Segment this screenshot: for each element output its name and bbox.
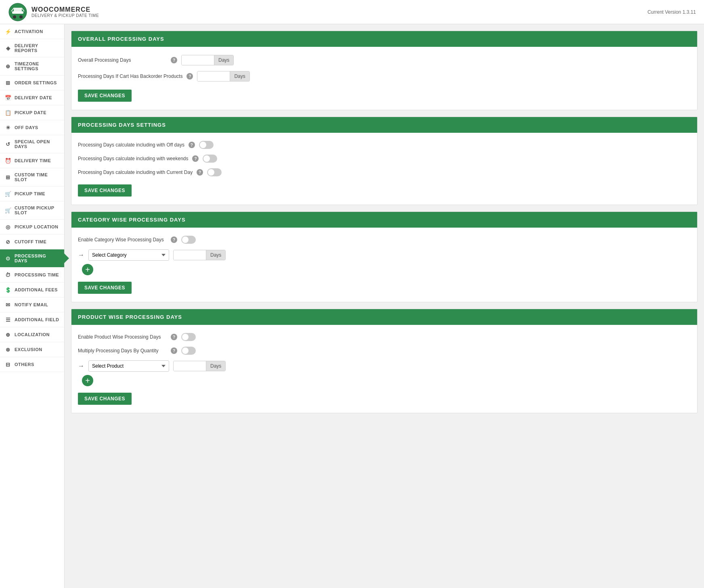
sidebar-item-notify-email[interactable]: ✉NOTIFY EMAIL <box>0 297 64 312</box>
category-save-button[interactable]: SAVE CHANGES <box>78 282 132 294</box>
product-wise-help-icon[interactable]: ? <box>171 334 177 340</box>
off-days-help-icon[interactable]: ? <box>189 142 195 148</box>
order-settings-icon: ⊞ <box>5 80 11 86</box>
notify-email-icon: ✉ <box>5 301 11 308</box>
product-wise-enable-label: Enable Product Wise Processing Days <box>78 334 167 340</box>
sidebar-item-activation[interactable]: ⚡ACTIVATION <box>0 24 64 39</box>
sidebar-item-label-exclusion: EXCLUSION <box>15 347 42 352</box>
sidebar-item-label-activation: ACTIVATION <box>15 29 43 34</box>
main-content: OVERALL PROCESSING DAYS Overall Processi… <box>65 24 704 588</box>
sidebar-item-others[interactable]: ⊟OTHERS <box>0 357 64 372</box>
sidebar-item-delivery-reports[interactable]: ◈DELIVERY REPORTS <box>0 39 64 57</box>
logo-subtitle: DELIVERY & PICKUP DATE TIME <box>31 13 99 18</box>
sidebar-item-delivery-time[interactable]: ⏰DELIVERY TIME <box>0 153 64 168</box>
multiply-qty-row: Multiply Processing Days By Quantity ? <box>78 347 691 355</box>
delivery-time-icon: ⏰ <box>5 157 11 164</box>
sidebar-item-label-timezone-settings: TIMEZONE SETTINGS <box>15 61 59 71</box>
sidebar-item-label-localization: LOCALIZATION <box>15 332 50 337</box>
weekends-toggle[interactable] <box>203 155 217 163</box>
category-wise-toggle[interactable] <box>181 236 196 244</box>
category-select[interactable]: Select Category <box>88 249 169 261</box>
sidebar-item-label-cutoff-time: CUTOFF TIME <box>15 239 46 244</box>
backorder-processing-suffix: Days <box>230 71 249 81</box>
multiply-qty-toggle[interactable] <box>181 347 196 355</box>
backorder-processing-row: Processing Days If Cart Has Backorder Pr… <box>78 71 691 82</box>
category-add-button[interactable]: + <box>82 264 93 275</box>
backorder-processing-help-icon[interactable]: ? <box>186 73 193 80</box>
backorder-processing-input-wrap: Days <box>197 71 249 82</box>
sidebar-item-timezone-settings[interactable]: ⊕TIMEZONE SETTINGS <box>0 57 64 75</box>
overall-save-button[interactable]: SAVE CHANGES <box>78 90 132 102</box>
exclusion-icon: ⊗ <box>5 346 11 353</box>
off-days-toggle[interactable] <box>199 141 214 149</box>
sidebar-item-special-open-days[interactable]: ↺SPECIAL OPEN DAYS <box>0 135 64 153</box>
product-wise-body: Enable Product Wise Processing Days ? Mu… <box>71 325 697 413</box>
sidebar-item-label-order-settings: ORDER SETTINGS <box>15 80 57 85</box>
weekends-help-icon[interactable]: ? <box>192 155 199 162</box>
sidebar-item-pickup-date[interactable]: 📋PICKUP DATE <box>0 105 64 120</box>
sidebar-item-pickup-location[interactable]: ◎PICKUP LOCATION <box>0 220 64 234</box>
current-day-help-icon[interactable]: ? <box>197 169 203 176</box>
product-arrow-icon: → <box>78 362 84 370</box>
current-day-toggle-label: Processing Days calculate including with… <box>78 169 193 175</box>
product-add-button[interactable]: + <box>82 375 93 386</box>
sidebar-item-label-pickup-time: PICKUP TIME <box>15 191 45 196</box>
category-wise-enable-row: Enable Category Wise Processing Days ? <box>78 236 691 244</box>
category-days-input[interactable] <box>174 250 206 260</box>
processing-time-icon: ⏱ <box>5 272 11 278</box>
overall-processing-suffix: Days <box>214 55 233 65</box>
sidebar-item-localization[interactable]: ⊕LOCALIZATION <box>0 327 64 342</box>
additional-fees-icon: 💲 <box>5 287 11 293</box>
sidebar-item-delivery-date[interactable]: 📅DELIVERY DATE <box>0 90 64 105</box>
category-days-input-wrap: Days <box>173 250 226 260</box>
processing-days-settings-header: PROCESSING DAYS SETTINGS <box>71 117 697 133</box>
processing-days-icon: ⊙ <box>5 255 11 262</box>
sidebar-item-custom-pickup-slot[interactable]: 🛒CUSTOM PICKUP SLOT <box>0 201 64 220</box>
sidebar-item-label-delivery-reports: DELIVERY REPORTS <box>15 43 59 53</box>
product-wise-toggle[interactable] <box>181 333 196 341</box>
current-day-toggle[interactable] <box>207 168 222 176</box>
sidebar-item-custom-time-slot[interactable]: ⊞CUSTOM TIME SLOT <box>0 168 64 186</box>
sidebar-item-label-notify-email: NOTIFY EMAIL <box>15 302 48 307</box>
processing-settings-save-button[interactable]: SAVE CHANGES <box>78 184 132 197</box>
sidebar-item-processing-time[interactable]: ⏱PROCESSING TIME <box>0 268 64 282</box>
product-select[interactable]: Select Product <box>88 360 169 372</box>
category-wise-header: CATEGORY WISE PROCESSING DAYS <box>71 212 697 228</box>
sidebar-item-label-off-days: OFF DAYS <box>15 125 38 130</box>
backorder-processing-input[interactable] <box>197 71 230 81</box>
category-wise-help-icon[interactable]: ? <box>171 236 177 243</box>
overall-processing-help-icon[interactable]: ? <box>171 57 177 63</box>
sidebar-item-label-delivery-date: DELIVERY DATE <box>15 95 52 100</box>
product-wise-enable-row: Enable Product Wise Processing Days ? <box>78 333 691 341</box>
special-open-days-icon: ↺ <box>5 141 11 147</box>
processing-days-settings-body: Processing Days calculate including with… <box>71 133 697 205</box>
pickup-location-icon: ◎ <box>5 224 11 230</box>
additional-field-icon: ☰ <box>5 316 11 323</box>
sidebar-item-off-days[interactable]: ☀OFF DAYS <box>0 120 64 135</box>
sidebar-item-order-settings[interactable]: ⊞ORDER SETTINGS <box>0 75 64 90</box>
header: WOOCOMMERCE DELIVERY & PICKUP DATE TIME … <box>0 0 704 24</box>
product-wise-header: PRODUCT WISE PROCESSING DAYS <box>71 309 697 325</box>
sidebar-item-label-delivery-time: DELIVERY TIME <box>15 158 51 163</box>
svg-rect-4 <box>14 8 22 12</box>
sidebar-item-exclusion[interactable]: ⊗EXCLUSION <box>0 342 64 357</box>
backorder-processing-label: Processing Days If Cart Has Backorder Pr… <box>78 73 182 79</box>
version-label: Current Version 1.3.11 <box>647 9 696 15</box>
sidebar-item-label-pickup-location: PICKUP LOCATION <box>15 224 59 229</box>
category-select-row: → Select Category Days <box>78 249 691 261</box>
overall-processing-row: Overall Processing Days ? Days <box>78 55 691 65</box>
product-save-button[interactable]: SAVE CHANGES <box>78 393 132 405</box>
category-arrow-icon: → <box>78 251 84 259</box>
multiply-qty-help-icon[interactable]: ? <box>171 347 177 354</box>
overall-processing-input[interactable] <box>182 55 214 65</box>
sidebar-item-processing-days[interactable]: ⊙PROCESSING DAYS <box>0 249 64 268</box>
sidebar-item-pickup-time[interactable]: 🛒PICKUP TIME <box>0 186 64 201</box>
svg-point-2 <box>13 15 16 19</box>
sidebar-item-additional-field[interactable]: ☰ADDITIONAL FIELD <box>0 312 64 327</box>
product-days-input[interactable] <box>174 361 206 371</box>
sidebar-item-additional-fees[interactable]: 💲ADDITIONAL FEES <box>0 282 64 297</box>
sidebar-item-cutoff-time[interactable]: ⊘CUTOFF TIME <box>0 234 64 249</box>
category-days-suffix: Days <box>206 250 225 260</box>
others-icon: ⊟ <box>5 361 11 368</box>
weekends-toggle-row: Processing Days calculate including with… <box>78 155 691 163</box>
